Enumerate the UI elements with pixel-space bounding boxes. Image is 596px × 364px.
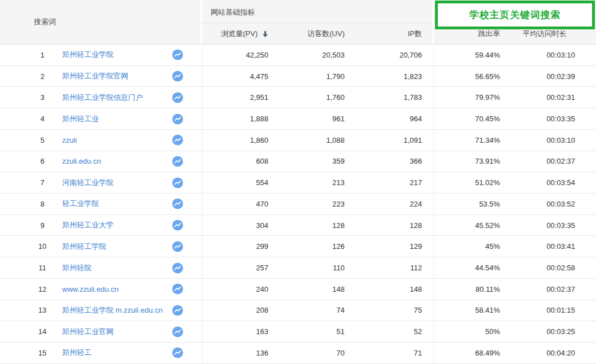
- keyword-cell: 14 郑州轻工业官网: [0, 321, 202, 342]
- column-header-pv[interactable]: 浏览量(PV): [202, 24, 274, 44]
- bounce-rate-value: 79.97%: [433, 87, 506, 108]
- keyword-cell: 11 郑州轻院: [0, 257, 202, 278]
- bounce-rate-value: 73.91%: [433, 151, 506, 172]
- keyword-cell: 4 郑州轻工业: [0, 108, 202, 129]
- column-header-uv[interactable]: 访客数(UV): [274, 24, 350, 44]
- uv-value: 1,760: [274, 87, 350, 108]
- table-row: 5 zzuli 1,860 1,088 1,091 71.34% 00:03:1…: [0, 130, 596, 151]
- trend-line-icon[interactable]: [172, 71, 183, 82]
- rank-number: 6: [23, 157, 62, 165]
- sort-desc-arrow-icon[interactable]: [262, 30, 268, 38]
- ip-value: 224: [350, 194, 433, 214]
- annotation-highlight-box: 学校主页关键词搜索: [435, 1, 595, 29]
- ip-value: 129: [350, 236, 433, 257]
- bounce-rate-value: 45.52%: [433, 215, 506, 236]
- ip-value: 112: [350, 257, 433, 278]
- pv-value: 299: [202, 236, 274, 257]
- rank-number: 3: [23, 93, 62, 102]
- ip-value: 366: [350, 151, 433, 172]
- uv-value: 961: [274, 108, 350, 129]
- rank-number: 14: [23, 327, 62, 336]
- trend-line-icon[interactable]: [172, 177, 183, 188]
- table-row: 2 郑州轻工业学院官网 4,475 1,790 1,823 56.65% 00:…: [0, 66, 596, 87]
- column-header-search-term: 搜索词: [0, 0, 201, 44]
- trend-line-icon[interactable]: [172, 284, 183, 295]
- column-header-ip[interactable]: IP数: [350, 24, 433, 44]
- trend-line-icon[interactable]: [172, 135, 183, 146]
- avg-duration-value: 00:04:20: [506, 343, 596, 363]
- keyword-link[interactable]: zzuli.edu.cn: [62, 157, 101, 165]
- keyword-link[interactable]: 郑州轻工业学院信息门户: [62, 93, 143, 102]
- metrics-group-header: 网站基础指标: [202, 0, 432, 23]
- rank-number: 1: [23, 51, 62, 59]
- pv-value: 4,475: [202, 66, 274, 87]
- ip-value: 217: [350, 172, 433, 193]
- table-row: 10 郑州轻工学院 299 126 129 45% 00:03:41: [0, 236, 596, 257]
- trend-line-icon[interactable]: [172, 92, 183, 103]
- bounce-rate-value: 80.11%: [433, 279, 506, 300]
- trend-line-icon[interactable]: [172, 305, 183, 315]
- ip-value: 71: [350, 343, 433, 363]
- table-row: 12 www.zzuli.edu.cn 240 148 148 80.11% 0…: [0, 279, 596, 300]
- keyword-cell: 3 郑州轻工业学院信息门户: [0, 87, 202, 108]
- table-row: 14 郑州轻工业官网 163 51 52 50% 00:03:25: [0, 321, 596, 343]
- trend-line-icon[interactable]: [172, 220, 183, 231]
- pv-value: 1,888: [202, 108, 274, 129]
- bounce-rate-value: 45%: [433, 236, 506, 257]
- ip-value: 20,706: [350, 45, 433, 65]
- table-row: 13 郑州轻工业学院 m.zzuli.edu.cn 208 74 75 58.4…: [0, 300, 596, 322]
- rank-number: 13: [23, 306, 62, 314]
- keyword-link[interactable]: www.zzuli.edu.cn: [62, 285, 119, 293]
- trend-line-icon[interactable]: [172, 348, 183, 358]
- pv-value: 1,860: [202, 130, 274, 151]
- keyword-cell: 7 河南轻工业学院: [0, 172, 202, 193]
- keyword-link[interactable]: 郑州轻工业: [62, 115, 99, 123]
- keyword-link[interactable]: 郑州轻院: [62, 264, 92, 272]
- ip-value: 52: [350, 321, 433, 342]
- pv-value: 304: [202, 215, 274, 236]
- bounce-rate-value: 58.41%: [433, 300, 506, 321]
- trend-line-icon[interactable]: [172, 262, 183, 273]
- keyword-link[interactable]: 郑州轻工业官网: [62, 327, 114, 336]
- avg-duration-value: 00:03:10: [506, 45, 596, 65]
- ip-value: 75: [350, 300, 433, 321]
- avg-duration-value: 00:03:54: [506, 172, 596, 193]
- bounce-rate-value: 56.65%: [433, 66, 506, 87]
- keyword-link[interactable]: 郑州轻工业学院: [62, 50, 114, 59]
- keyword-link[interactable]: 轻工业学院: [62, 199, 99, 208]
- avg-duration-value: 00:03:35: [506, 108, 596, 129]
- avg-duration-value: 00:02:37: [506, 279, 596, 300]
- keyword-link[interactable]: 郑州轻工: [62, 348, 92, 357]
- keyword-link[interactable]: 郑州轻工业学院 m.zzuli.edu.cn: [62, 306, 163, 314]
- keyword-link[interactable]: zzuli: [62, 136, 77, 144]
- trend-line-icon[interactable]: [172, 199, 183, 209]
- bounce-rate-label: 跳出率: [478, 29, 500, 39]
- keyword-link[interactable]: 河南轻工业学院: [62, 178, 114, 187]
- keyword-cell: 2 郑州轻工业学院官网: [0, 66, 202, 87]
- avg-duration-label: 平均访问时长: [523, 29, 567, 39]
- pv-value: 208: [202, 300, 274, 321]
- trend-line-icon[interactable]: [172, 156, 183, 166]
- avg-duration-value: 00:03:41: [506, 236, 596, 257]
- keyword-link[interactable]: 郑州轻工业学院官网: [62, 72, 128, 80]
- keyword-cell: 1 郑州轻工业学院: [0, 45, 202, 65]
- avg-duration-value: 00:03:52: [506, 194, 596, 214]
- keyword-cell: 6 zzuli.edu.cn: [0, 151, 202, 172]
- uv-value: 51: [274, 321, 350, 342]
- avg-duration-value: 00:02:37: [506, 151, 596, 172]
- trend-line-icon[interactable]: [172, 326, 183, 337]
- rank-number: 15: [23, 349, 62, 357]
- avg-duration-value: 00:02:58: [506, 257, 596, 278]
- trend-line-icon[interactable]: [172, 113, 183, 124]
- keyword-link[interactable]: 郑州轻工学院: [62, 242, 106, 251]
- avg-duration-value: 00:03:25: [506, 321, 596, 342]
- avg-duration-value: 00:03:10: [506, 130, 596, 151]
- trend-line-icon[interactable]: [172, 50, 183, 60]
- table-row: 3 郑州轻工业学院信息门户 2,951 1,760 1,783 79.97% 0…: [0, 87, 596, 108]
- keyword-link[interactable]: 郑州轻工业大学: [62, 221, 114, 229]
- keyword-cell: 10 郑州轻工学院: [0, 236, 202, 257]
- trend-line-icon[interactable]: [172, 241, 183, 252]
- uv-value: 223: [274, 194, 350, 214]
- uv-value: 74: [274, 300, 350, 321]
- pv-value: 136: [202, 343, 274, 363]
